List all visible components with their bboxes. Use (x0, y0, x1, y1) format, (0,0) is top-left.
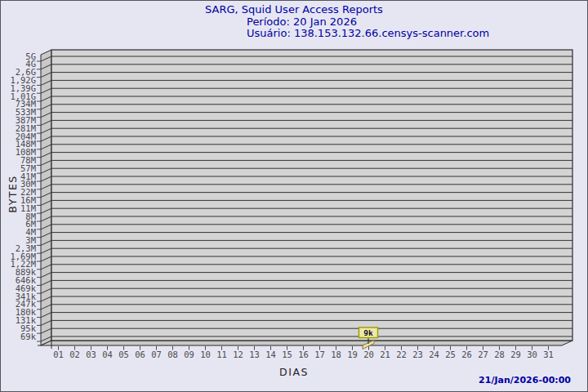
plot-area (51, 50, 572, 341)
x-tick-label: 30 (527, 350, 537, 359)
x-tick-label: 16 (298, 350, 309, 359)
bytes-per-day-bar-chart: 5G4G2,6G1,92G1,39G1,01G734M533M387M281M2… (1, 1, 587, 391)
x-tick-label: 19 (347, 350, 358, 359)
x-tick-label: 23 (412, 350, 423, 359)
x-tick-label: 22 (396, 350, 407, 359)
x-tick-label: 21 (380, 350, 390, 359)
x-axis-labels: 0102030405060708091011121314151617181920… (53, 350, 554, 359)
x-tick-label: 08 (167, 350, 178, 359)
y-tick-label: 69k (20, 332, 37, 341)
generated-timestamp: 21/Jan/2026-00:00 (479, 375, 571, 385)
x-tick-label: 02 (69, 350, 80, 359)
x-tick-label: 14 (265, 350, 276, 359)
x-tick-label: 09 (184, 350, 194, 359)
bar-value-label: 9k (363, 328, 373, 337)
x-tick-label: 12 (233, 350, 243, 359)
x-tick-label: 15 (282, 350, 292, 359)
x-tick-label: 07 (151, 350, 162, 359)
x-tick-label: 20 (363, 350, 374, 359)
x-tick-label: 04 (102, 350, 113, 359)
x-tick-label: 18 (331, 350, 341, 359)
bar-day-20: 9k (359, 327, 378, 350)
x-tick-label: 25 (445, 350, 456, 359)
x-tick-label: 01 (53, 350, 64, 359)
x-tick-label: 06 (135, 350, 145, 359)
x-tick-label: 10 (200, 350, 211, 359)
x-tick-label: 28 (494, 350, 505, 359)
chart-left-wall (41, 50, 51, 345)
x-tick-label: 13 (249, 350, 260, 359)
x-tick-label: 24 (429, 350, 439, 359)
x-tick-label: 29 (510, 350, 521, 359)
y-axis-title: BYTES (7, 165, 19, 224)
x-tick-label: 11 (216, 350, 227, 359)
chart-floor (41, 341, 572, 345)
x-tick-label: 27 (478, 350, 488, 359)
x-tick-label: 26 (461, 350, 472, 359)
x-tick-label: 03 (86, 350, 96, 359)
x-tick-label: 31 (543, 350, 554, 359)
x-tick-label: 17 (314, 350, 325, 359)
sarg-report-page: SARG, Squid User Access Reports Período:… (0, 0, 588, 392)
x-tick-label: 05 (118, 350, 129, 359)
